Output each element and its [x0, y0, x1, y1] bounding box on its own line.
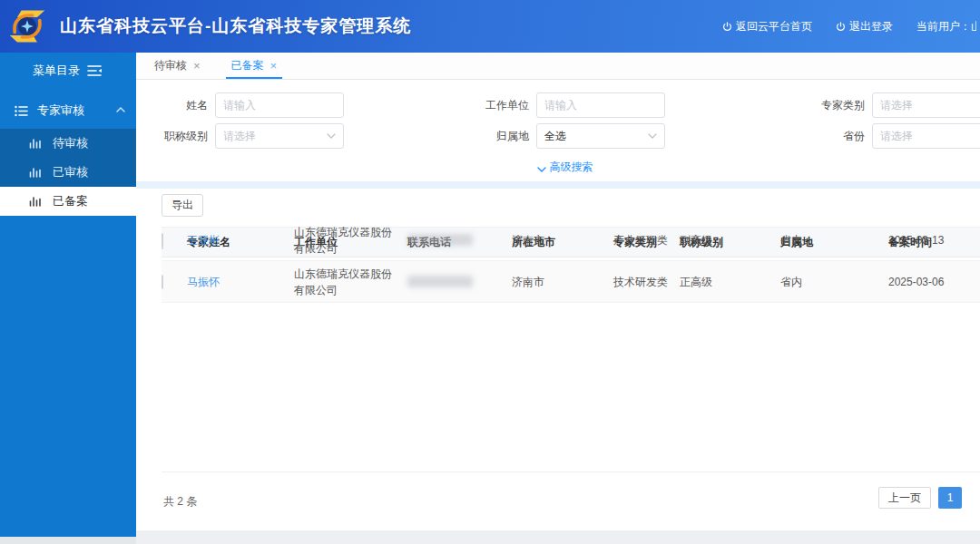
- return-home-link[interactable]: 返回云平台首页: [722, 19, 812, 34]
- sidebar-item-label: 待审核: [53, 135, 88, 151]
- province-select[interactable]: 请选择: [872, 123, 980, 149]
- table-section: 导出 专家姓名 工作单位 联系电话 所在地市 专家类别 职称级别 归属地 备案时…: [150, 189, 980, 530]
- city-cell: 济南市: [512, 232, 613, 248]
- chevron-up-icon: [116, 107, 125, 112]
- return-home-label: 返回云平台首页: [736, 19, 812, 34]
- sidebar-item-reviewed[interactable]: 已审核: [0, 158, 136, 187]
- bottom-left-strip: [0, 537, 136, 544]
- close-icon[interactable]: ×: [270, 59, 278, 73]
- menu-toggle-button[interactable]: 菜单目录: [0, 53, 136, 89]
- list-icon: [15, 105, 28, 117]
- field-label: 职称级别: [150, 129, 208, 144]
- select-value: 请选择: [880, 98, 980, 113]
- select-value: 请选择: [880, 129, 980, 144]
- field-label: 省份: [807, 129, 865, 144]
- close-icon[interactable]: ×: [193, 59, 201, 73]
- field-label: 姓名: [150, 98, 208, 113]
- field-title-level: 职称级别 请选择: [150, 123, 344, 149]
- field-label: 工作单位: [471, 98, 529, 113]
- company-cell: 山东德瑞克仪器股份有限公司: [294, 266, 407, 298]
- chevron-down-icon: [327, 133, 336, 139]
- section-divider: [136, 181, 980, 189]
- field-label: 专家类别: [807, 98, 865, 113]
- expert-category-select[interactable]: 请选择: [872, 92, 980, 118]
- phone-redacted: [407, 276, 473, 287]
- field-work-unit: 工作单位: [471, 92, 665, 118]
- category-cell: 产业管理类: [613, 232, 680, 248]
- record-date-cell: 2025-03-13: [888, 232, 980, 248]
- region-select[interactable]: 全选: [536, 123, 665, 149]
- field-name: 姓名: [150, 92, 344, 118]
- export-button[interactable]: 导出: [162, 194, 203, 217]
- advanced-search-link[interactable]: 高级搜索: [150, 160, 980, 175]
- sidebar-item-label: 已审核: [53, 164, 88, 180]
- tab-recorded[interactable]: 已备案 ×: [219, 52, 290, 79]
- menu-toggle-label: 菜单目录: [33, 63, 80, 79]
- chevron-down-icon: [648, 133, 657, 139]
- title-level-cell: 正高级: [680, 274, 780, 290]
- company-cell: 山东德瑞克仪器股份有限公司: [294, 224, 407, 257]
- expert-name-link[interactable]: 马振怀: [187, 276, 220, 288]
- category-cell: 技术研发类: [613, 274, 680, 290]
- tab-bar: 待审核 × 已备案 ×: [136, 53, 980, 80]
- current-user-label: 当前用户：山东: [916, 19, 976, 34]
- sidebar: 菜单目录 专家审核 待审核 已审核: [0, 53, 136, 537]
- field-expert-category: 专家类别 请选择: [807, 92, 980, 118]
- sidebar-item-pending-review[interactable]: 待审核: [0, 129, 136, 158]
- record-date-cell: 2025-03-06: [888, 274, 980, 290]
- title-level-cell: 副高级: [680, 232, 780, 248]
- tab-label: 待审核: [154, 58, 187, 73]
- name-input[interactable]: [215, 92, 344, 118]
- app-window: 山东省科技云平台-山东省科技专家管理系统 返回云平台首页 退出登录 当前用户：山…: [0, 0, 980, 544]
- total-count-label: 共 2 条: [163, 494, 197, 510]
- region-cell: 省内: [780, 274, 888, 290]
- advanced-search-label: 高级搜索: [550, 160, 593, 173]
- phone-redacted: [407, 234, 473, 246]
- sidebar-submenu: 待审核 已审核 已备案: [0, 129, 136, 216]
- power-icon: [722, 22, 732, 32]
- table-row[interactable]: 马振怀 山东德瑞克仪器股份有限公司 济南市 技术研发类 正高级 省内 2025-…: [162, 261, 980, 303]
- city-cell: 济南市: [512, 274, 613, 290]
- row-checkbox[interactable]: [162, 275, 163, 289]
- page-title: 山东省科技云平台-山东省科技专家管理系统: [60, 15, 411, 38]
- table-footer: 共 2 条 上一页 1: [162, 472, 980, 530]
- bar-chart-icon: [29, 167, 41, 178]
- logout-label: 退出登录: [849, 19, 893, 34]
- sidebar-group-label: 专家审核: [37, 102, 84, 119]
- main-content: 待审核 × 已备案 × 姓名 工作单位 专家类别 请选择: [136, 53, 980, 544]
- tab-label: 已备案: [231, 58, 264, 73]
- work-unit-input[interactable]: [536, 92, 665, 118]
- table-empty-area: [162, 386, 980, 472]
- sidebar-item-recorded[interactable]: 已备案: [0, 187, 136, 216]
- bar-chart-icon: [29, 196, 41, 207]
- row-checkbox[interactable]: [162, 233, 163, 248]
- prev-page-button[interactable]: 上一页: [878, 487, 931, 509]
- table-row[interactable]: 王亚彬 山东德瑞克仪器股份有限公司 济南市 产业管理类 副高级 省内 2025-…: [162, 219, 980, 261]
- select-value: 全选: [544, 129, 648, 144]
- page-number-button[interactable]: 1: [938, 487, 962, 509]
- pagination: 上一页 1: [878, 487, 962, 509]
- select-value: 请选择: [223, 129, 327, 144]
- header-links: 返回云平台首页 退出登录 当前用户：山东: [722, 0, 980, 53]
- sidebar-item-label: 已备案: [53, 193, 88, 209]
- platform-logo-icon: [7, 6, 47, 46]
- field-province: 省份 请选择: [807, 123, 980, 149]
- sidebar-group-expert-review[interactable]: 专家审核: [0, 92, 136, 129]
- logout-link[interactable]: 退出登录: [836, 19, 893, 34]
- menu-fold-icon: [87, 64, 102, 77]
- top-header: 山东省科技云平台-山东省科技专家管理系统 返回云平台首页 退出登录 当前用户：山…: [0, 0, 980, 53]
- field-label: 归属地: [471, 129, 529, 144]
- bottom-strip: [136, 530, 980, 544]
- expert-name-link[interactable]: 王亚彬: [187, 234, 220, 247]
- power-icon: [836, 22, 846, 32]
- bar-chart-icon: [29, 138, 41, 149]
- region-cell: 省内: [780, 232, 888, 248]
- title-level-select[interactable]: 请选择: [215, 123, 344, 149]
- search-form: 姓名 工作单位 专家类别 请选择 职称级别 请选择: [150, 80, 980, 181]
- field-region: 归属地 全选: [471, 123, 665, 149]
- tab-pending-review[interactable]: 待审核 ×: [142, 52, 213, 79]
- chevron-down-icon: [537, 167, 546, 172]
